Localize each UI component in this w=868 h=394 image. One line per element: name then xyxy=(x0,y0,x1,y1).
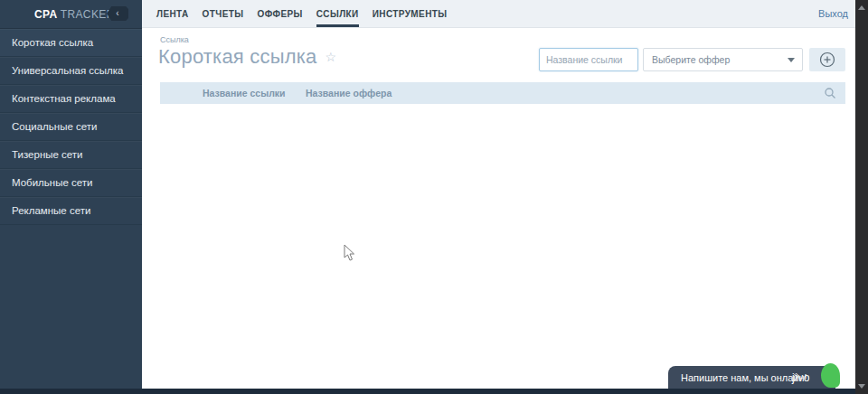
app-logo: CPATRACKER xyxy=(34,8,115,21)
top-navigation-bar: ЛЕНТА ОТЧЕТЫ ОФФЕРЫ ССЫЛКИ ИНСТРУМЕНТЫ В… xyxy=(142,0,855,28)
chevron-left-icon: ‹ xyxy=(116,8,118,18)
sidebar-item-universal-link[interactable]: Универсальная ссылка xyxy=(0,57,142,85)
column-header-link-name[interactable]: Название ссылки xyxy=(203,88,286,98)
breadcrumb: Ссылка xyxy=(160,35,189,44)
top-tabs: ЛЕНТА ОТЧЕТЫ ОФФЕРЫ ССЫЛКИ ИНСТРУМЕНТЫ xyxy=(142,0,855,27)
sidebar-item-social-networks[interactable]: Социальные сети xyxy=(0,113,142,141)
tab-feed[interactable]: ЛЕНТА xyxy=(156,0,189,27)
sidebar: CPATRACKER ‹ Короткая ссылка Универсальн… xyxy=(0,0,142,389)
filter-controls: Выберите оффер xyxy=(539,48,845,71)
page-title: Короткая ссылка ☆ xyxy=(158,45,336,69)
bottom-border-strip xyxy=(0,389,855,394)
tab-offers[interactable]: ОФФЕРЫ xyxy=(258,0,303,27)
favorite-star-icon[interactable]: ☆ xyxy=(325,50,336,64)
sidebar-header: CPATRACKER ‹ xyxy=(0,0,142,28)
tab-links[interactable]: ССЫЛКИ xyxy=(316,0,359,27)
chevron-down-icon xyxy=(788,58,795,62)
search-icon[interactable] xyxy=(824,87,836,99)
scroll-up-arrow-icon[interactable] xyxy=(858,5,865,10)
tab-reports[interactable]: ОТЧЕТЫ xyxy=(203,0,244,27)
sidebar-item-short-link[interactable]: Короткая ссылка xyxy=(0,29,142,57)
vertical-scrollbar[interactable] xyxy=(855,0,868,394)
column-header-offer-name[interactable]: Название оффера xyxy=(306,88,392,98)
scroll-down-arrow-icon[interactable] xyxy=(858,384,865,389)
jivo-logo: jivo xyxy=(792,371,810,384)
sidebar-item-ad-networks[interactable]: Рекламные сети xyxy=(0,197,142,225)
table-header: Название ссылки Название оффера xyxy=(160,82,845,104)
sidebar-menu: Короткая ссылка Универсальная ссылка Кон… xyxy=(0,28,142,225)
offer-select-value: Выберите оффер xyxy=(652,54,730,65)
sidebar-item-mobile-networks[interactable]: Мобильные сети xyxy=(0,169,142,197)
app-logo-bold: CPA xyxy=(34,8,58,21)
sidebar-item-teaser-networks[interactable]: Тизерные сети xyxy=(0,141,142,169)
link-name-input[interactable] xyxy=(539,48,638,71)
app-logo-rest: TRACKER xyxy=(61,8,115,21)
tab-tools[interactable]: ИНСТРУМЕНТЫ xyxy=(373,0,448,27)
offer-select[interactable]: Выберите оффер xyxy=(643,48,803,71)
chat-widget[interactable]: Напишите нам, мы онлайн! jivo xyxy=(668,366,835,389)
chat-message: Напишите нам, мы онлайн! xyxy=(681,372,807,383)
logout-link[interactable]: Выход xyxy=(818,0,848,27)
add-link-button[interactable] xyxy=(809,48,845,71)
sidebar-item-context-ads[interactable]: Контекстная реклама xyxy=(0,85,142,113)
plus-circle-icon xyxy=(819,52,835,68)
chat-leaf-icon xyxy=(821,363,840,388)
main-content: Ссылка Короткая ссылка ☆ Выберите оффер … xyxy=(142,28,855,389)
page-title-text: Короткая ссылка xyxy=(158,45,316,69)
